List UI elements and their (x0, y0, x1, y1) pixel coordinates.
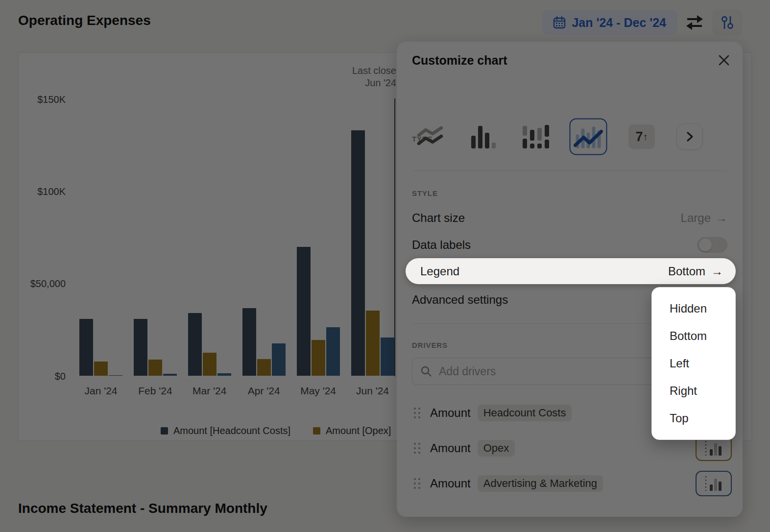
menu-item-top[interactable]: Top (652, 405, 735, 432)
legend-setting-row[interactable]: Legend Bottom → (406, 258, 736, 284)
legend-setting-label: Legend (420, 265, 459, 278)
legend-position-menu: Hidden Bottom Left Right Top (651, 287, 736, 440)
menu-item-left[interactable]: Left (652, 350, 735, 377)
legend-setting-value: Bottom (668, 265, 705, 278)
right-arrow-icon: → (711, 265, 723, 278)
menu-item-right[interactable]: Right (652, 377, 735, 405)
menu-item-bottom[interactable]: Bottom (652, 322, 735, 350)
menu-item-hidden[interactable]: Hidden (652, 295, 735, 322)
